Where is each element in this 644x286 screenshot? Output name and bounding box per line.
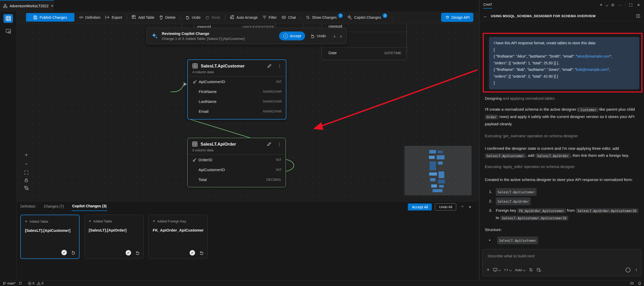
more-actions-icon[interactable]: ··· xyxy=(618,2,623,8)
problems-indicator[interactable]: 0 0 xyxy=(28,282,43,285)
table-row[interactable]: FirstName NVARCHAR xyxy=(188,86,286,96)
definition-button[interactable]: </> Definition xyxy=(79,15,100,20)
table-menu-icon[interactable]: ⋮ xyxy=(278,64,282,69)
tab-adventureworks[interactable]: AdventureWorksLT2022 × xyxy=(0,0,54,11)
open-in-editor-icon[interactable] xyxy=(635,13,641,19)
new-chat-dropdown-icon[interactable] xyxy=(606,4,608,6)
back-icon[interactable]: ← xyxy=(483,14,488,19)
table-node-apiorder[interactable]: SalesLT.ApiOrder ⋮ 3 column data OrderID… xyxy=(187,138,286,187)
tab-definition[interactable]: Definition xyxy=(20,202,36,211)
schema-designer-view-button[interactable] xyxy=(3,14,13,23)
settings-gear-icon[interactable] xyxy=(610,2,616,8)
change-object-name: [SalesLT].[ApiCustomer] xyxy=(25,228,79,233)
added-icon: + xyxy=(153,219,155,223)
attach-context-button[interactable]: + xyxy=(487,267,490,273)
edit-table-icon[interactable] xyxy=(267,142,272,146)
design-api-button[interactable]: Design API xyxy=(441,13,473,22)
change-card-foreignkey[interactable]: +Added Foreign Key FK_ApiOrder_ApiCustom… xyxy=(148,215,208,259)
message-line: { "firstName": "Bob", "lastName": "Jones… xyxy=(494,66,635,73)
redo-button[interactable]: Redo xyxy=(205,15,220,20)
copilot-status-icon[interactable] xyxy=(630,282,634,285)
list-item: 1.SalesLT.ApiCustomer xyxy=(489,188,642,196)
zoom-out-button[interactable]: − xyxy=(25,161,28,167)
previous-change-button[interactable]: ‹ xyxy=(334,33,336,39)
database-context-button[interactable] xyxy=(537,268,541,272)
copilot-changes-button[interactable]: Copilot Changes 3 xyxy=(347,15,387,20)
accept-card-button[interactable]: ✓ xyxy=(61,250,67,255)
chat-panel: CHAT + ··· × ← USING MSSQL_SCHEMA_DESIGN… xyxy=(479,0,644,280)
accept-card-button[interactable]: ✓ xyxy=(126,250,131,256)
branch-indicator[interactable]: main* xyxy=(3,282,16,285)
status-line: Executing 'apply_edits' operation on sch… xyxy=(485,165,575,169)
panel-tabs: Definition Changes (7) Copilot Changes (… xyxy=(20,201,107,211)
add-table-button[interactable]: Add Table xyxy=(132,15,154,20)
chat-input-box[interactable]: + Auto xyxy=(482,249,641,276)
change-card-apiorder[interactable]: +Added Table [SalesLT].[ApiOrder] ✓ xyxy=(84,215,144,259)
maximize-panel-icon[interactable] xyxy=(628,2,634,8)
table-row[interactable]: ApiCustomerID INT xyxy=(188,77,286,86)
auto-layout-button[interactable] xyxy=(24,186,29,190)
next-change-button[interactable]: › xyxy=(340,33,342,39)
table-icon xyxy=(192,141,197,147)
table-row[interactable]: ApiCustomerID INT xyxy=(188,165,286,175)
inline-code: SalesLT.ApiCustomer.ApiCustomerID xyxy=(500,216,568,220)
email-link[interactable]: alice@example.com xyxy=(577,54,610,58)
check-circle-icon: ✓ xyxy=(283,34,288,38)
delete-button[interactable]: Delete xyxy=(159,15,176,20)
accept-card-button[interactable]: ✓ xyxy=(190,250,195,256)
row-divider xyxy=(322,47,407,48)
table-node-apicustomer[interactable]: SalesLT.ApiCustomer ⋮ 4 column data ApiC… xyxy=(187,59,286,120)
new-chat-button[interactable]: + xyxy=(598,2,604,8)
undo-change-button[interactable]: Undo xyxy=(310,34,326,38)
minimap[interactable] xyxy=(404,146,472,195)
fit-view-button[interactable] xyxy=(24,170,29,175)
change-card-apicustomer[interactable]: +Added Table [SalesLT].[ApiCustomer] ✓ xyxy=(20,215,80,259)
undo-button[interactable]: Undo xyxy=(185,15,200,20)
model-selector-button[interactable]: Auto xyxy=(515,268,525,272)
close-panel-icon[interactable]: × xyxy=(636,2,641,8)
table-row[interactable]: Email NVARCHAR xyxy=(188,106,286,116)
message-line: [ xyxy=(494,47,635,53)
close-panel-icon[interactable]: × xyxy=(468,205,471,209)
accept-change-button[interactable]: ✓ Accept xyxy=(279,32,305,40)
tab-copilot-changes[interactable]: Copilot Changes (3) xyxy=(72,202,107,211)
sync-button[interactable] xyxy=(19,282,22,285)
table-subtitle: 4 column data xyxy=(188,69,286,77)
undo-card-button[interactable] xyxy=(71,250,75,255)
filter-button[interactable]: Filter xyxy=(262,15,277,20)
tools-button[interactable] xyxy=(529,268,533,272)
send-button[interactable]: ↑ xyxy=(635,267,637,273)
lock-button[interactable] xyxy=(24,178,28,182)
edit-table-icon[interactable] xyxy=(267,64,272,68)
schema-explorer-view-button[interactable] xyxy=(5,28,12,35)
accept-all-button[interactable]: Accept All xyxy=(408,203,432,210)
auto-arrange-button[interactable]: Auto Arrange xyxy=(230,15,258,20)
divider xyxy=(626,3,626,7)
undo-card-button[interactable] xyxy=(199,251,204,255)
inline-code: Customer xyxy=(579,107,598,112)
mode-selector-button[interactable] xyxy=(504,268,511,272)
zoom-in-button[interactable]: + xyxy=(25,152,28,158)
column-name: Date xyxy=(329,51,337,55)
change-type: Added Foreign Key xyxy=(157,219,186,223)
table-row[interactable]: LastName NVARCHAR xyxy=(188,96,286,106)
chat-input[interactable] xyxy=(487,253,603,258)
show-changes-button[interactable]: Show Changes 7 xyxy=(306,15,343,20)
export-button[interactable]: Export xyxy=(105,15,122,20)
email-link[interactable]: bob@example.com xyxy=(576,67,608,72)
chat-button[interactable]: Chat xyxy=(281,15,296,20)
chat-panel-tab[interactable]: CHAT xyxy=(483,3,492,9)
undo-all-button[interactable]: Undo All xyxy=(435,203,456,210)
close-tab-icon[interactable]: × xyxy=(51,4,53,8)
collapse-panel-icon[interactable] xyxy=(461,206,464,208)
screen-context-button[interactable] xyxy=(493,268,500,272)
schema-icon xyxy=(3,4,7,8)
table-menu-icon[interactable]: ⋮ xyxy=(277,142,281,147)
tab-changes[interactable]: Changes (7) xyxy=(43,202,64,211)
table-row[interactable]: OrderID INT xyxy=(188,155,286,165)
code-icon: </> xyxy=(79,15,83,19)
notifications-bell-icon[interactable] xyxy=(638,281,641,285)
publish-changes-button[interactable]: Publish Changes xyxy=(26,13,74,22)
table-row[interactable]: Total DECIMAL xyxy=(188,175,286,184)
undo-card-button[interactable] xyxy=(135,251,140,255)
